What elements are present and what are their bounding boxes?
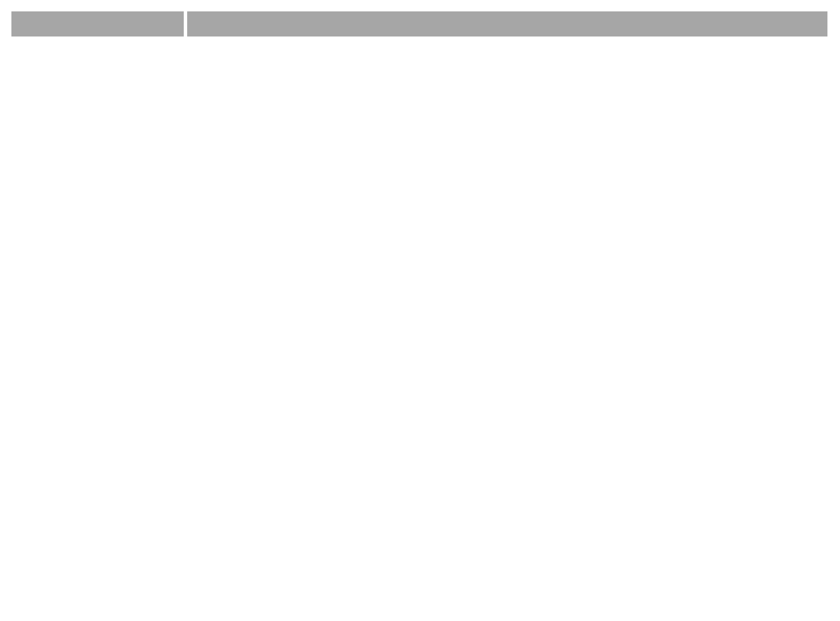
header-flow bbox=[187, 11, 827, 36]
diagram-body bbox=[11, 41, 827, 526]
header-step bbox=[11, 11, 184, 36]
